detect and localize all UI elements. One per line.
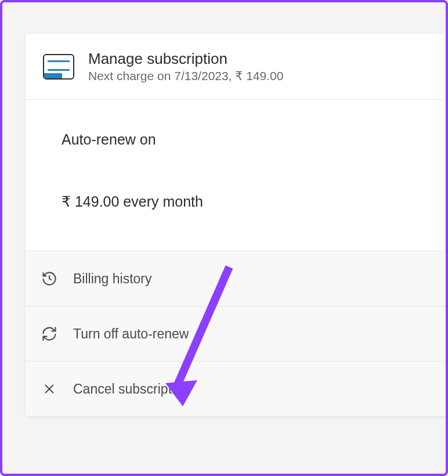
subscription-card-icon xyxy=(43,54,74,80)
cancel-subscription-label: Cancel subscription xyxy=(73,381,190,397)
history-icon xyxy=(38,268,60,290)
turn-off-auto-renew-item[interactable]: Turn off auto-renew xyxy=(26,306,446,362)
page-container: Manage subscription Next charge on 7/13/… xyxy=(0,0,448,476)
subscription-price: ₹ 149.00 every month xyxy=(62,193,425,210)
auto-renew-status: Auto-renew on xyxy=(62,131,425,148)
turn-off-auto-renew-label: Turn off auto-renew xyxy=(73,326,189,342)
header-text-group: Manage subscription Next charge on 7/13/… xyxy=(88,50,283,83)
refresh-icon xyxy=(38,323,60,345)
info-section: Auto-renew on ₹ 149.00 every month xyxy=(26,100,446,251)
header-subtitle: Next charge on 7/13/2023, ₹ 149.00 xyxy=(88,69,283,83)
cancel-subscription-item[interactable]: Cancel subscription xyxy=(26,362,446,416)
subscription-card: Manage subscription Next charge on 7/13/… xyxy=(26,34,446,416)
billing-history-label: Billing history xyxy=(73,271,152,287)
close-icon xyxy=(38,378,60,400)
header-title: Manage subscription xyxy=(88,50,283,68)
billing-history-item[interactable]: Billing history xyxy=(26,251,446,306)
card-header: Manage subscription Next charge on 7/13/… xyxy=(26,34,446,100)
